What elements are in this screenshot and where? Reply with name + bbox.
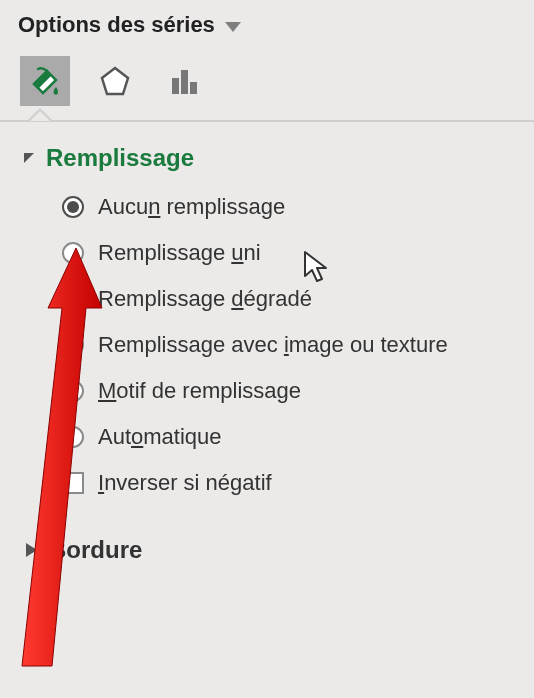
fill-option-solid[interactable]: Remplissage uni bbox=[62, 240, 516, 266]
series-options-dropdown[interactable]: Options des séries bbox=[18, 12, 516, 38]
svg-rect-2 bbox=[181, 70, 188, 94]
radio-icon bbox=[62, 288, 84, 310]
radio-icon bbox=[62, 334, 84, 356]
fill-option-pattern[interactable]: Motif de remplissage bbox=[62, 378, 516, 404]
radio-icon bbox=[62, 380, 84, 402]
invert-if-negative-checkbox[interactable]: Inverser si négatif bbox=[62, 470, 516, 496]
radio-icon bbox=[62, 426, 84, 448]
fill-section-title: Remplissage bbox=[46, 144, 194, 172]
checkbox-icon bbox=[62, 472, 84, 494]
option-label: Motif de remplissage bbox=[98, 378, 301, 404]
panel-title: Options des séries bbox=[18, 12, 215, 38]
svg-rect-3 bbox=[190, 82, 197, 94]
svg-rect-1 bbox=[172, 78, 179, 94]
fill-option-none[interactable]: Aucun remplissage bbox=[62, 194, 516, 220]
tab-divider bbox=[0, 120, 534, 122]
option-label: Remplissage avec image ou texture bbox=[98, 332, 448, 358]
collapse-icon bbox=[24, 153, 34, 163]
option-label: Automatique bbox=[98, 424, 222, 450]
fill-section: Remplissage Aucun remplissage Remplissag… bbox=[18, 144, 516, 496]
checkbox-label: Inverser si négatif bbox=[98, 470, 272, 496]
expand-icon bbox=[26, 543, 37, 557]
category-tabs bbox=[18, 56, 516, 106]
pentagon-icon bbox=[98, 64, 132, 98]
option-label: Remplissage uni bbox=[98, 240, 261, 266]
fill-section-toggle[interactable]: Remplissage bbox=[18, 144, 516, 172]
svg-marker-0 bbox=[102, 68, 128, 94]
fill-option-auto[interactable]: Automatique bbox=[62, 424, 516, 450]
radio-icon bbox=[62, 242, 84, 264]
bar-chart-icon bbox=[168, 64, 202, 98]
border-section-toggle[interactable]: Bordure bbox=[18, 536, 516, 564]
chevron-down-icon bbox=[225, 22, 241, 32]
fill-option-picture[interactable]: Remplissage avec image ou texture bbox=[62, 332, 516, 358]
radio-icon bbox=[62, 196, 84, 218]
border-section-title: Bordure bbox=[49, 536, 142, 564]
fill-options: Aucun remplissage Remplissage uni Rempli… bbox=[18, 194, 516, 496]
option-label: Aucun remplissage bbox=[98, 194, 285, 220]
fill-paint-icon bbox=[28, 64, 62, 98]
tab-effects[interactable] bbox=[90, 56, 140, 106]
tab-fill[interactable] bbox=[20, 56, 70, 106]
border-section: Bordure bbox=[18, 536, 516, 564]
fill-option-gradient[interactable]: Remplissage dégradé bbox=[62, 286, 516, 312]
option-label: Remplissage dégradé bbox=[98, 286, 312, 312]
tab-series[interactable] bbox=[160, 56, 210, 106]
